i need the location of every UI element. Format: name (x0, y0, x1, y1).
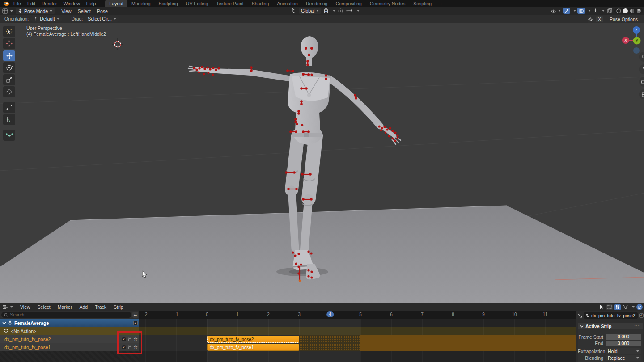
strip-name-field[interactable]: dx_pm_tuto_fv_pose2 (584, 312, 638, 319)
nla-menu-marker[interactable]: Marker (54, 304, 76, 310)
nla-menu-add[interactable]: Add (76, 304, 91, 310)
tool-select-box[interactable] (3, 26, 15, 37)
nla-filter-icon[interactable] (623, 304, 628, 310)
tool-cursor[interactable] (3, 38, 15, 49)
viewport-3d[interactable]: User Perspective (4) FemaleAverage : Lef… (0, 23, 644, 303)
overlays-toggle[interactable] (577, 8, 585, 14)
tool-gear-icon[interactable] (588, 17, 593, 22)
gizmo-caret-icon[interactable] (573, 10, 576, 12)
influence-icon[interactable] (577, 313, 582, 318)
orientation-global-dropdown[interactable]: Global (299, 8, 321, 14)
overlays-caret-icon[interactable] (588, 10, 591, 12)
mode-dropdown[interactable]: Pose Mode (16, 8, 55, 14)
channel-search[interactable] (1, 312, 131, 318)
tab-scripting[interactable]: Scripting (409, 0, 436, 7)
vp-menu-view[interactable]: View (58, 8, 75, 14)
menu-edit[interactable]: Edit (24, 0, 38, 7)
playhead[interactable] (330, 317, 330, 362)
track-row-object[interactable]: FemaleAverage ✓ (0, 319, 139, 327)
tab-texture-paint[interactable]: Texture Paint (212, 0, 247, 7)
strip-active-checkbox[interactable]: ✓ (639, 313, 644, 318)
camera-view-icon[interactable] (639, 77, 644, 87)
nla-menu-select[interactable]: Select (34, 304, 54, 310)
tool-pose-breakdowner[interactable] (3, 130, 15, 141)
timeline-ruler[interactable]: -2 -1 0 1 2 3 5 6 7 8 9 10 11 4 (139, 311, 576, 319)
shading-modes (614, 8, 643, 14)
tool-move[interactable] (3, 50, 15, 61)
blending-dropdown[interactable]: Replace (606, 355, 641, 361)
timeline-row-pose1: dx_pm_tuto_fv_pose1 (139, 343, 576, 351)
gizmo-toggle[interactable] (563, 8, 570, 14)
proportional-caret-icon[interactable] (357, 10, 360, 12)
tab-shading[interactable]: Shading (248, 0, 273, 7)
tab-compositing[interactable]: Compositing (331, 0, 365, 7)
zoom-view-icon[interactable] (639, 52, 644, 62)
proportional-connected-icon[interactable] (346, 8, 353, 13)
floor-plane[interactable] (0, 206, 644, 303)
menu-render[interactable]: Render (38, 0, 60, 7)
vp-menu-select[interactable]: Select (75, 8, 94, 14)
nla-cursor-icon[interactable] (599, 304, 605, 310)
editor-type-icon[interactable] (2, 8, 8, 14)
visibility-toggle[interactable] (550, 8, 562, 14)
filter-expand-button[interactable]: ↔ (132, 312, 138, 318)
active-strip-panel: Active Strip :::: Frame Start 0.000 End … (578, 323, 643, 362)
nla-editor-type-icon[interactable] (2, 304, 8, 310)
active-strip-panel-header[interactable]: Active Strip :::: (578, 323, 643, 329)
proportional-edit-icon[interactable] (338, 8, 343, 14)
tool-settings-bar: Orientation: Default Drag: Select Cir...… (0, 15, 644, 23)
nla-menu-strip[interactable]: Strip (110, 304, 127, 310)
tab-layout[interactable]: Layout (105, 0, 127, 7)
nla-menu-view[interactable]: View (17, 304, 34, 310)
xray-toggle[interactable] (592, 8, 599, 14)
pose-options-label[interactable]: Pose Options (606, 17, 641, 22)
nla-menu-track[interactable]: Track (91, 304, 110, 310)
panel-grip-icon[interactable]: :::: (634, 324, 641, 328)
menu-file[interactable]: File (10, 0, 24, 7)
nla-sync-icon[interactable] (636, 304, 643, 310)
frame-start-value[interactable]: 0.000 (606, 334, 641, 340)
vp-menu-pose[interactable]: Pose (94, 8, 111, 14)
tool-rotate[interactable] (3, 62, 15, 73)
tool-transform[interactable] (3, 86, 15, 97)
render-pass-icon[interactable] (607, 8, 612, 13)
tab-sculpting[interactable]: Sculpting (155, 0, 182, 7)
orientation-default-dropdown[interactable]: Default (31, 16, 61, 22)
add-workspace-button[interactable]: + (436, 0, 446, 7)
snap-magnet-icon[interactable] (323, 8, 329, 13)
tool-measure[interactable] (3, 114, 15, 125)
tab-modeling[interactable]: Modeling (127, 0, 155, 7)
frame-end-value[interactable]: 3.000 (606, 341, 641, 346)
menu-help[interactable]: Help (83, 0, 99, 7)
tab-geometry-nodes[interactable]: Geometry Nodes (366, 0, 409, 7)
pose-options-close-button[interactable]: X (596, 16, 603, 22)
snap-caret-icon[interactable] (333, 10, 335, 12)
xray-caret-icon[interactable] (602, 10, 605, 12)
tool-scale[interactable] (3, 74, 15, 85)
nla-strip-pose2[interactable]: dx_pm_tuto_fv_pose2 (207, 336, 299, 343)
tab-uv-editing[interactable]: UV Editing (182, 0, 212, 7)
frame-start-field: Frame Start 0.000 (578, 334, 643, 340)
search-input[interactable] (10, 312, 129, 317)
tool-annotate[interactable] (3, 102, 15, 113)
menu-window[interactable]: Window (60, 0, 83, 7)
nla-box-select-icon[interactable] (606, 304, 613, 310)
drag-dropdown[interactable]: Select Cir... (85, 16, 119, 22)
shading-material-button[interactable] (630, 8, 635, 13)
nla-timeline[interactable]: dx_pm_tuto_fv_pose2 dx_pm_tuto_fv_pose1 … (139, 311, 576, 362)
track-mute-checkbox[interactable]: ✓ (133, 321, 138, 325)
nla-strip-pose1[interactable]: dx_pm_tuto_fv_pose1 (207, 344, 299, 351)
move-view-icon[interactable] (639, 64, 644, 74)
shading-rendered-button[interactable] (636, 8, 641, 13)
expand-caret-icon[interactable] (2, 321, 6, 325)
shading-wireframe-button[interactable] (616, 8, 621, 13)
ruler-tick: 1 (236, 312, 239, 317)
current-frame-badge[interactable]: 4 (326, 311, 334, 317)
nla-snap-icon[interactable] (614, 304, 621, 310)
shading-solid-button[interactable] (623, 8, 628, 13)
extrapolation-dropdown[interactable]: Hold (606, 348, 641, 354)
toggle-perspective-icon[interactable] (639, 89, 644, 99)
nla-filter-caret-icon[interactable] (632, 306, 635, 308)
tab-rendering[interactable]: Rendering (302, 0, 331, 7)
tab-animation[interactable]: Animation (273, 0, 302, 7)
